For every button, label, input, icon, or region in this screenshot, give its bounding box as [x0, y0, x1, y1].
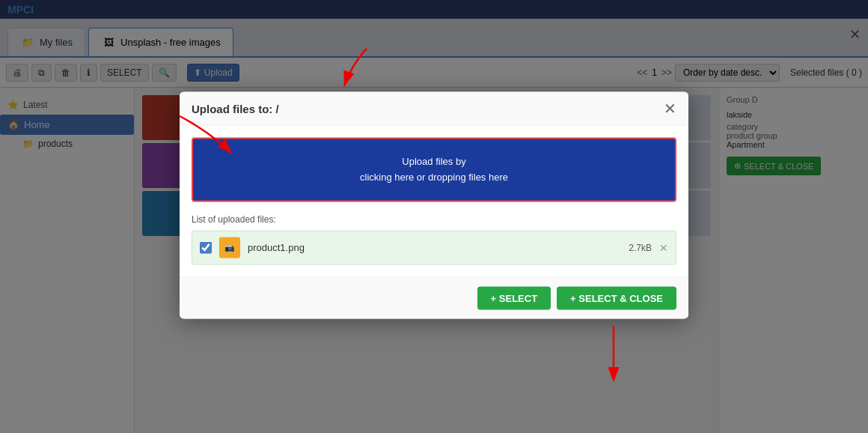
file-list-item: 📷 product1.png 2.7kB ✕	[192, 230, 676, 264]
select-close-button-modal[interactable]: + SELECT & CLOSE	[557, 286, 676, 309]
file-checkbox[interactable]	[200, 241, 212, 253]
modal-close-button[interactable]: ✕	[664, 101, 676, 116]
upload-zone-line2: clicking here or dropping files here	[208, 169, 660, 185]
uploaded-files-label: List of uploaded files:	[192, 214, 676, 224]
upload-zone-line1: Upload files by	[208, 154, 660, 170]
file-remove-button[interactable]: ✕	[659, 241, 668, 253]
upload-modal: Upload files to: / ✕ Upload files by cli…	[180, 92, 688, 319]
modal-body: Upload files by clicking here or droppin…	[180, 126, 688, 277]
modal-title: Upload files to: /	[192, 102, 279, 115]
modal-header: Upload files to: / ✕	[180, 92, 688, 126]
file-size: 2.7kB	[629, 242, 652, 252]
modal-footer: + SELECT + SELECT & CLOSE	[180, 276, 688, 318]
select-button-modal[interactable]: + SELECT	[477, 286, 551, 309]
file-name: product1.png	[248, 242, 621, 253]
upload-drop-zone[interactable]: Upload files by clicking here or droppin…	[192, 138, 676, 202]
file-icon-label: 📷	[224, 243, 235, 252]
file-type-icon: 📷	[219, 237, 240, 258]
